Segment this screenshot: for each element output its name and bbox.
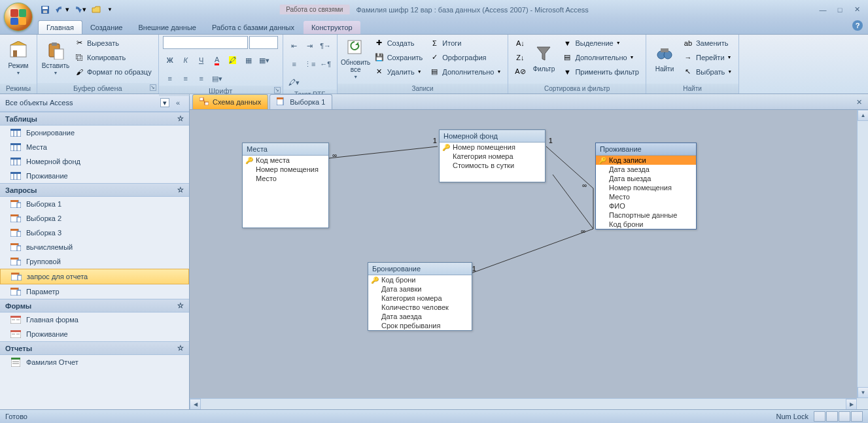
refresh-all-button[interactable]: Обновить все ▼: [341, 36, 370, 79]
bullets-button[interactable]: ⋮≡: [303, 57, 317, 71]
entity-header[interactable]: Места: [243, 143, 328, 156]
save-icon[interactable]: [38, 3, 52, 17]
nav-group-reports[interactable]: Отчеты☆: [0, 341, 189, 355]
scroll-left-icon[interactable]: ◀: [190, 399, 201, 410]
entity-table[interactable]: Проживание 🔑Код записи Дата заезда Дата …: [595, 143, 697, 229]
ltr-button[interactable]: ¶→: [319, 39, 333, 53]
more-button[interactable]: ▤Дополнительно▼: [426, 65, 504, 78]
entity-table[interactable]: Места 🔑Код места Номер помещения Место: [242, 143, 329, 228]
replace-button[interactable]: abЗаменить: [680, 36, 735, 50]
nav-item[interactable]: Бронирование: [0, 126, 189, 140]
dialog-launcher-icon[interactable]: ↘: [274, 87, 281, 93]
doc-tab-query[interactable]: Выборка 1: [269, 94, 332, 109]
nav-item[interactable]: Выборка 3: [0, 226, 189, 240]
highlight2-button[interactable]: 🖍▾: [287, 75, 302, 90]
undo-icon[interactable]: ▾: [55, 3, 69, 17]
tab-constructor[interactable]: Конструктор: [304, 21, 360, 34]
entity-header[interactable]: Номерной фонд: [440, 130, 545, 143]
cut-button[interactable]: ✂Вырезать: [71, 36, 154, 50]
entity-header[interactable]: Бронирование: [368, 263, 472, 275]
font-name-combo[interactable]: [163, 36, 248, 49]
nav-pane-header[interactable]: Все объекты Access ▾«: [0, 94, 189, 112]
sort-desc-button[interactable]: Z↓: [512, 50, 528, 64]
align-left-button[interactable]: ≡: [163, 71, 177, 86]
tab-database-tools[interactable]: Работа с базами данных: [204, 21, 302, 34]
nav-dropdown-icon[interactable]: ▾: [160, 98, 169, 107]
toggle-filter-button[interactable]: ▼Применить фильтр: [559, 65, 642, 78]
view-shortcut-button[interactable]: [839, 411, 850, 422]
tab-create[interactable]: Создание: [82, 21, 131, 34]
copy-button[interactable]: ⿻Копировать: [71, 50, 154, 64]
nav-item[interactable]: Главная форма: [0, 313, 189, 327]
nav-item[interactable]: Проживание: [0, 327, 189, 341]
filter-button[interactable]: Фильтр: [529, 36, 558, 79]
font-color-button[interactable]: А: [210, 53, 224, 67]
horizontal-scrollbar[interactable]: ◀ ▶: [190, 398, 857, 409]
totals-button[interactable]: ΣИтоги: [426, 36, 504, 50]
entity-table[interactable]: Бронирование 🔑Код брони Дата заявки Кате…: [368, 262, 472, 331]
clear-sort-button[interactable]: A⊘: [512, 65, 528, 78]
underline-button[interactable]: Ч: [194, 53, 209, 67]
alternate-row-button[interactable]: ▤▾: [210, 71, 224, 86]
doc-tab-relationships[interactable]: Схема данных: [192, 94, 268, 109]
doc-close-button[interactable]: ✕: [854, 97, 864, 107]
maximize-button[interactable]: □: [833, 4, 847, 16]
open-icon[interactable]: [89, 3, 103, 17]
scroll-right-icon[interactable]: ▶: [846, 399, 857, 410]
entity-header[interactable]: Проживание: [596, 143, 696, 156]
delete-record-button[interactable]: ✕Удалить▼: [372, 65, 426, 78]
tab-home[interactable]: Главная: [38, 20, 82, 34]
dialog-launcher-icon[interactable]: ↘: [150, 84, 156, 91]
paste-button[interactable]: Вставить ▼: [41, 36, 70, 79]
view-button[interactable]: Режим ▼: [4, 36, 33, 79]
rtl-button[interactable]: ←¶: [319, 57, 333, 71]
nav-item[interactable]: Выборка 1: [0, 197, 189, 211]
qat-customize-icon[interactable]: ▼: [106, 3, 114, 17]
close-button[interactable]: ✕: [850, 4, 864, 16]
nav-item[interactable]: Проживание: [0, 169, 189, 183]
nav-item[interactable]: Параметр: [0, 284, 189, 299]
bold-button[interactable]: Ж: [163, 53, 177, 67]
gridlines-button[interactable]: ▦▾: [257, 53, 271, 67]
goto-button[interactable]: →Перейти▼: [680, 50, 735, 64]
vertical-scrollbar[interactable]: ▲ ▼: [857, 110, 868, 398]
nav-item[interactable]: Номерной фонд: [0, 154, 189, 169]
view-shortcut-button[interactable]: [851, 411, 863, 422]
find-button[interactable]: Найти: [650, 36, 679, 79]
relationships-canvas[interactable]: 1 ∞ 1 ∞ 1 ∞ Места 🔑Код места Номер помещ…: [190, 110, 868, 409]
italic-button[interactable]: К: [179, 53, 193, 67]
nav-item[interactable]: Выборка 2: [0, 211, 189, 226]
nav-group-queries[interactable]: Запросы☆: [0, 183, 189, 197]
decrease-indent-button[interactable]: ⇤: [287, 39, 302, 53]
view-shortcut-button[interactable]: [826, 411, 838, 422]
spelling-button[interactable]: ✓Орфография: [426, 50, 504, 64]
numbering-button[interactable]: ≡: [287, 57, 302, 71]
increase-indent-button[interactable]: ⇥: [303, 39, 317, 53]
view-shortcut-button[interactable]: [814, 411, 825, 422]
entity-table[interactable]: Номерной фонд 🔑Номер помещения Категория…: [439, 129, 546, 182]
minimize-button[interactable]: —: [816, 4, 830, 16]
scroll-up-icon[interactable]: ▲: [858, 110, 868, 121]
nav-group-tables[interactable]: Таблицы☆: [0, 112, 189, 126]
save-record-button[interactable]: 💾Сохранить: [372, 50, 426, 64]
selection-button[interactable]: ▼Выделение▼: [559, 36, 642, 50]
nav-group-forms[interactable]: Формы☆: [0, 299, 189, 313]
scroll-down-icon[interactable]: ▼: [858, 387, 868, 398]
font-size-combo[interactable]: [249, 36, 278, 49]
align-right-button[interactable]: ≡: [194, 71, 209, 86]
tab-external-data[interactable]: Внешние данные: [131, 21, 204, 34]
format-painter-button[interactable]: 🖌Формат по образцу: [71, 65, 154, 78]
office-button[interactable]: [4, 3, 33, 31]
help-button[interactable]: ?: [852, 20, 863, 31]
fill-color-button[interactable]: ▦: [241, 53, 256, 67]
sort-asc-button[interactable]: A↓: [512, 36, 528, 50]
advanced-button[interactable]: ▤Дополнительно▼: [559, 50, 642, 64]
align-center-button[interactable]: ≡: [179, 71, 193, 86]
nav-collapse-icon[interactable]: «: [172, 97, 184, 109]
redo-icon[interactable]: ▾: [72, 3, 86, 17]
nav-item[interactable]: Места: [0, 140, 189, 154]
highlight-button[interactable]: 🖍: [226, 53, 240, 67]
new-record-button[interactable]: ✚Создать: [372, 36, 426, 50]
nav-item[interactable]: вычисляемый: [0, 240, 189, 254]
nav-item[interactable]: запрос для отчета: [0, 269, 189, 284]
